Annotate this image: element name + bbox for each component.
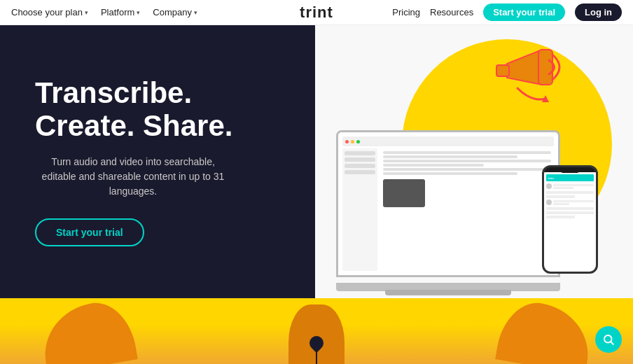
laptop-screen [338,132,558,275]
phone-content-line [546,211,594,214]
nav-item-choose-plan[interactable]: Choose your plan ▾ [11,7,88,18]
laptop-foot [385,290,511,295]
nav-link-pricing[interactable]: Pricing [392,7,420,18]
phone-avatar [546,183,552,189]
bottom-section [0,298,633,364]
start-trial-button[interactable]: Start your trial [483,4,565,21]
nav-item-platform[interactable]: Platform ▾ [101,7,140,18]
hand-left [37,298,138,364]
phone-screen: trint [544,172,596,272]
text-line [383,151,551,154]
nav-link-resources[interactable]: Resources [430,7,473,18]
text-line [383,155,517,158]
phone-mini-line [553,184,594,186]
hero-left-panel: Transcribe. Create. Share. Turn audio an… [0,25,315,298]
phone-content-line [546,195,575,198]
phone-content-line [546,207,594,210]
search-icon [602,333,615,346]
navbar: Choose your plan ▾ Platform ▾ Company ▾ … [0,0,633,25]
phone-mockup: trint [542,165,598,274]
login-button[interactable]: Log in [575,4,622,21]
window-dot-red [345,140,349,144]
laptop-mockup [336,130,560,277]
nav-label-company: Company [153,7,192,18]
phone-content-line [546,191,594,194]
phone-app-header: trint [546,174,594,181]
svg-rect-1 [538,50,552,85]
phone-mini-line [553,200,594,202]
chevron-down-icon: ▾ [137,9,140,16]
hero-cta-button[interactable]: Start your trial [35,218,144,246]
hands-area [0,298,633,364]
sidebar-line [345,170,375,174]
phone-mini-line [553,187,573,189]
text-line [383,164,484,167]
hero-title: Transcribe. Create. Share. [35,77,232,141]
sidebar-line [345,151,375,155]
chevron-down-icon: ▾ [194,9,197,16]
chevron-down-icon: ▾ [85,9,88,16]
sidebar-line [345,164,375,168]
window-dot-green [356,140,360,144]
phone-app-title: trint [548,176,554,180]
phone-text-group [553,184,594,189]
laptop-sidebar [342,148,377,271]
sidebar-line [345,158,375,162]
laptop-content-area [342,148,554,271]
nav-right: Pricing Resources Start your trial Log i… [392,4,622,21]
laptop-topbar [342,136,554,146]
text-line [383,172,517,175]
text-line [383,160,551,162]
nav-label-platform: Platform [101,7,134,18]
main-content: Transcribe. Create. Share. Turn audio an… [0,25,633,298]
location-pin [309,336,324,364]
svg-rect-2 [496,65,509,76]
phone-notch [559,169,580,173]
megaphone-icon [479,39,570,116]
nav-item-company[interactable]: Company ▾ [153,7,197,18]
search-bubble-button[interactable] [595,326,622,353]
phone-avatar [546,200,552,205]
hero-right-panel: trint [315,25,633,298]
svg-marker-0 [507,50,542,85]
hero-subtitle: Turn audio and video into searchable, ed… [35,155,231,199]
nav-label-choose-plan: Choose your plan [11,7,83,18]
video-thumbnail [383,179,425,207]
nav-left: Choose your plan ▾ Platform ▾ Company ▾ [11,7,197,18]
phone-content-line [546,216,575,218]
window-dot-yellow [351,140,354,144]
phone-text-group [553,200,594,205]
text-line [383,168,551,171]
hand-right [495,298,596,364]
logo[interactable]: trint [300,4,333,22]
phone-row-1 [546,183,594,189]
laptop-main-area [380,148,554,271]
pin-head-icon [307,333,326,353]
phone-mini-line [553,203,569,205]
svg-line-5 [611,342,613,344]
phone-row-2 [546,200,594,205]
